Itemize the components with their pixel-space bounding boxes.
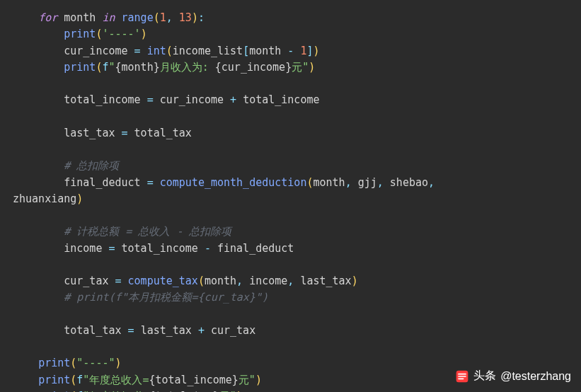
watermark-handle: @testerzhang [500, 370, 571, 383]
var: month [64, 11, 96, 24]
fn-compute-month-deduction: compute_month_deduction [160, 176, 307, 189]
fn-print: print [64, 61, 96, 74]
comment: # 计税总额 = 总收入 - 总扣除项 [64, 225, 231, 238]
keyword-for: for [38, 11, 57, 24]
fn-print: print [38, 374, 70, 386]
watermark: 头条 @testerzhang [455, 369, 571, 384]
fn-print: print [64, 28, 96, 40]
fn-range: range [122, 11, 154, 24]
fn-int: int [147, 45, 166, 57]
toutiao-icon [455, 369, 469, 384]
code-block: for month in range(1, 13): print('----')… [0, 0, 581, 392]
comment: # 总扣除项 [64, 159, 119, 172]
watermark-label: 头条 [473, 369, 496, 384]
keyword-in: in [102, 11, 115, 24]
fn-print: print [38, 357, 70, 369]
comment: # print(f"本月扣税金额={cur_tax}") [64, 291, 268, 304]
fn-compute-tax: compute_tax [128, 275, 198, 287]
